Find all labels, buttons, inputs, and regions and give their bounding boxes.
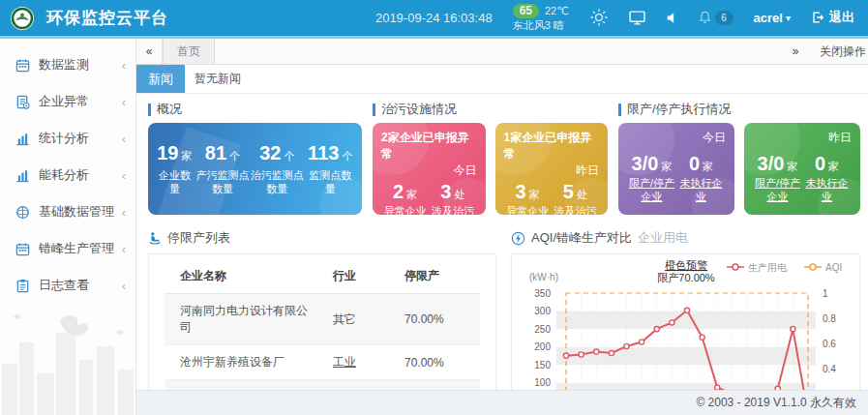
stat-enterprise-count: 19家 企业数量: [154, 142, 195, 196]
stat-label: 监测点数量: [305, 168, 356, 196]
document-gear-icon: [15, 95, 30, 109]
stat-nonexecuting-enterprises: 0家: [802, 153, 852, 175]
close-operations-button[interactable]: 关闭操作: [820, 44, 866, 60]
sidebar-item-label: 能耗分析: [39, 166, 122, 184]
facilities-involved-link[interactable]: 涉及治污设施: [552, 205, 599, 215]
cell-enterprise-name: 沧州宇新养殖设备厂: [165, 345, 325, 380]
sidebar-item-energy-analysis[interactable]: 能耗分析 ‹: [0, 157, 135, 193]
nonexecuting-enterprises-link[interactable]: 未执行企业: [802, 177, 852, 204]
footer: © 2003 - 2019 V1.1.0 永久有效: [136, 390, 868, 415]
main-area: « 首页 » 关闭操作 新闻 暂无新闻 概况 19家 企业数量 81个: [136, 39, 868, 415]
chevron-left-icon: ‹: [122, 205, 126, 220]
notification-count-badge: 6: [715, 11, 733, 25]
app-logo-icon: [10, 6, 35, 31]
calendar-icon: [15, 242, 30, 256]
power-point: [640, 340, 644, 344]
weather-widget: 65 22℃ 东北风3 晴: [513, 4, 569, 33]
stat-limited-enterprises: 3/0家: [627, 153, 676, 175]
logout-icon: [811, 11, 824, 24]
news-bar: 新闻 暂无新闻: [136, 65, 868, 94]
aqi-panel-title: AQI/错峰生产对比 企业用电: [511, 229, 860, 247]
copyright-text: © 2003 - 2019 V1.1.0 永久有效: [696, 395, 856, 411]
section-title-overview: 概况: [148, 102, 362, 117]
card-period: 今日: [381, 163, 477, 179]
section-title-production-limit: 限产/停产执行情况: [618, 102, 860, 117]
abnormal-enterprises-link[interactable]: 异常企业: [504, 205, 552, 215]
sidebar-item-log-view[interactable]: 日志查看 ‹: [0, 267, 135, 304]
notifications-button[interactable]: 6: [698, 10, 733, 25]
stat-limited-enterprises: 3/0家: [753, 153, 802, 175]
legend-item[interactable]: AQI: [825, 262, 842, 273]
tab-news[interactable]: 新闻: [136, 65, 185, 93]
user-menu[interactable]: acrel ▾: [754, 11, 791, 25]
legend-marker: [810, 264, 816, 270]
tab-home[interactable]: 首页: [163, 39, 215, 64]
table-row[interactable]: 沧州宇新养殖设备厂 工业 70.00%: [165, 345, 480, 380]
cell-enterprise-name: 河南同力电力设计有限公司: [165, 294, 325, 345]
chevron-left-icon: ‹: [122, 132, 126, 146]
temperature-label: 22℃: [545, 4, 569, 17]
y-left-tick: 300: [534, 306, 551, 316]
logout-button[interactable]: 退出: [811, 9, 854, 26]
stat-label: 企业数量: [154, 168, 195, 196]
nonexecuting-enterprises-link[interactable]: 未执行企业: [676, 177, 726, 204]
limited-enterprises-link[interactable]: 限产/停产企业: [627, 177, 676, 204]
tab-bar: « 首页 » 关闭操作: [136, 39, 868, 65]
stat-pollution-points: 81个 产污监测点数量: [195, 142, 250, 196]
power-point: [579, 352, 584, 357]
cell-limit-percent: 70.00%: [397, 294, 480, 345]
sidebar-item-label: 数据监测: [39, 56, 122, 74]
tab-actions: » 关闭操作: [783, 39, 868, 64]
clipboard-icon: [15, 279, 30, 293]
sidebar-item-data-monitoring[interactable]: 数据监测 ‹: [0, 46, 135, 83]
monitor-icon[interactable]: [629, 11, 645, 25]
facilities-involved-link[interactable]: 涉及治污设施: [429, 205, 476, 215]
bar-chart-icon: [15, 168, 30, 183]
col-header-industry: 行业: [325, 258, 397, 294]
app-header: 环保监控云平台 2019-09-24 16:03:48 65 22℃ 东北风3 …: [0, 0, 868, 39]
stat-value: 19: [157, 142, 178, 163]
warning-annotation: 橙色预警: [665, 259, 707, 271]
panel-title-label: AQI/错峰生产对比: [531, 229, 632, 247]
username-label: acrel: [754, 11, 783, 25]
cell-industry-link[interactable]: 工业: [325, 345, 397, 380]
aqi-value-badge: 65: [513, 4, 539, 19]
panel-title-label: 停限产列表: [167, 229, 230, 247]
stat-unit: 个: [342, 150, 352, 162]
table-row[interactable]: 河南同力电力设计有限公司 其它 70.00%: [165, 294, 480, 345]
stat-label: 产污监测点数量: [195, 168, 250, 196]
chevron-left-icon: ‹: [122, 58, 126, 73]
sidebar-item-peak-production[interactable]: 错峰生产管理 ‹: [0, 230, 135, 267]
chevron-down-icon: ▾: [786, 13, 791, 23]
sidebar-item-label: 基础数据管理: [39, 203, 122, 221]
legend-item[interactable]: 生产用电: [748, 262, 788, 273]
speaker-icon[interactable]: [666, 12, 677, 24]
power-point: [594, 349, 599, 354]
chevron-left-icon: ‹: [122, 168, 126, 183]
news-empty-text: 暂无新闻: [195, 71, 241, 87]
card-headline: 1家企业已申报异常: [504, 130, 600, 163]
bar-chart-icon: [15, 132, 30, 146]
y-left-tick: 150: [534, 360, 551, 371]
stat-value: 81: [205, 142, 226, 163]
abnormal-enterprises-link[interactable]: 异常企业: [381, 205, 429, 215]
calendar-icon: [15, 58, 30, 73]
power-point: [609, 350, 614, 355]
stat-unit: 家: [182, 150, 193, 162]
sidebar: 数据监测 ‹ 企业异常 ‹ 统计分析 ‹ 能耗分析 ‹ 基础数据管理 ‹ 错峰生…: [0, 39, 136, 415]
y-right-tick: 0.4: [823, 364, 836, 374]
aqi-compare-icon: [511, 231, 525, 246]
col-header-limit: 停限产: [397, 258, 480, 294]
limited-enterprises-link[interactable]: 限产/停产企业: [753, 177, 802, 204]
card-headline: 2家企业已申报异常: [381, 130, 477, 163]
sidebar-item-basic-data[interactable]: 基础数据管理 ‹: [0, 193, 135, 230]
tab-scroll-right-icon[interactable]: »: [783, 44, 808, 58]
sidebar-item-enterprise-abnormal[interactable]: 企业异常 ‹: [0, 83, 135, 120]
page-title: 环保监控云平台: [46, 7, 168, 29]
col-header-enterprise: 企业名称: [165, 258, 325, 294]
logout-label: 退出: [829, 9, 854, 26]
tab-scroll-left-icon[interactable]: «: [136, 39, 163, 64]
sidebar-item-statistics[interactable]: 统计分析 ‹: [0, 120, 135, 157]
stat-unit: 个: [284, 150, 294, 162]
y-left-tick: 200: [534, 341, 551, 352]
